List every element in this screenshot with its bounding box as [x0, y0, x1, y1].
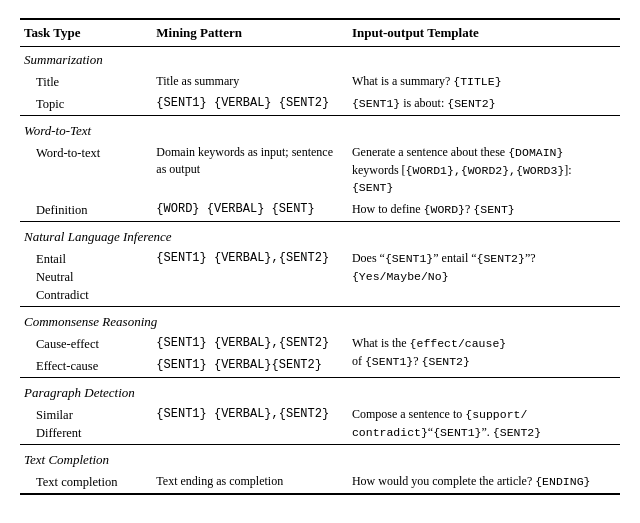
- table-row: Cause-effect {SENT1} {VERBAL},{SENT2} Wh…: [20, 333, 620, 355]
- mining-definition: {WORD} {VERBAL} {SENT}: [152, 199, 348, 222]
- section-label: Summarization: [20, 47, 620, 71]
- task-nli: Entail Neutral Contradict: [20, 248, 152, 307]
- section-paragraph-detection: Paragraph Detection: [20, 378, 620, 404]
- header-template: Input-output Template: [348, 19, 620, 47]
- table-row: Word-to-text Domain keywords as input; s…: [20, 142, 620, 199]
- section-label: Commonsense Reasoning: [20, 307, 620, 333]
- table-row: Definition {WORD} {VERBAL} {SENT} How to…: [20, 199, 620, 222]
- template-word-to-text: Generate a sentence about these {DOMAIN}…: [348, 142, 620, 199]
- section-commonsense: Commonsense Reasoning: [20, 307, 620, 333]
- section-label: Word-to-Text: [20, 116, 620, 142]
- mining-topic: {SENT1} {VERBAL} {SENT2}: [152, 93, 348, 116]
- task-effect-cause: Effect-cause: [20, 355, 152, 378]
- table-row: Similar Different {SENT1} {VERBAL},{SENT…: [20, 404, 620, 445]
- template-text-completion: How would you complete the article? {END…: [348, 471, 620, 494]
- template-nli: Does “{SENT1}” entail “{SENT2}”?{Yes/May…: [348, 248, 620, 307]
- template-definition: How to define {WORD}? {SENT}: [348, 199, 620, 222]
- mining-cause-effect: {SENT1} {VERBAL},{SENT2}: [152, 333, 348, 355]
- template-topic: {SENT1} is about: {SENT2}: [348, 93, 620, 116]
- mining-similar-different: {SENT1} {VERBAL},{SENT2}: [152, 404, 348, 445]
- template-cause-effect: What is the {effect/cause}of {SENT1}? {S…: [348, 333, 620, 378]
- section-summarization: Summarization: [20, 47, 620, 71]
- section-label: Natural Language Inference: [20, 222, 620, 248]
- table-row: Title Title as summary What is a summary…: [20, 71, 620, 93]
- task-cause-effect: Cause-effect: [20, 333, 152, 355]
- task-topic: Topic: [20, 93, 152, 116]
- header-task: Task Type: [20, 19, 152, 47]
- task-definition: Definition: [20, 199, 152, 222]
- mining-text-completion: Text ending as completion: [152, 471, 348, 494]
- section-nli: Natural Language Inference: [20, 222, 620, 248]
- mining-title: Title as summary: [152, 71, 348, 93]
- table-row: Topic {SENT1} {VERBAL} {SENT2} {SENT1} i…: [20, 93, 620, 116]
- task-similar-different: Similar Different: [20, 404, 152, 445]
- template-title: What is a summary? {TITLE}: [348, 71, 620, 93]
- header-mining: Mining Pattern: [152, 19, 348, 47]
- mining-effect-cause: {SENT1} {VERBAL}{SENT2}: [152, 355, 348, 378]
- mining-nli: {SENT1} {VERBAL},{SENT2}: [152, 248, 348, 307]
- template-similar-different: Compose a sentence to {support/contradic…: [348, 404, 620, 445]
- table-row: Text completion Text ending as completio…: [20, 471, 620, 494]
- table-row: Entail Neutral Contradict {SENT1} {VERBA…: [20, 248, 620, 307]
- task-text-completion: Text completion: [20, 471, 152, 494]
- section-word-to-text: Word-to-Text: [20, 116, 620, 142]
- task-title: Title: [20, 71, 152, 93]
- task-word-to-text: Word-to-text: [20, 142, 152, 199]
- section-label: Text Completion: [20, 445, 620, 471]
- mining-word-to-text: Domain keywords as input; sentence as ou…: [152, 142, 348, 199]
- section-text-completion: Text Completion: [20, 445, 620, 471]
- section-label: Paragraph Detection: [20, 378, 620, 404]
